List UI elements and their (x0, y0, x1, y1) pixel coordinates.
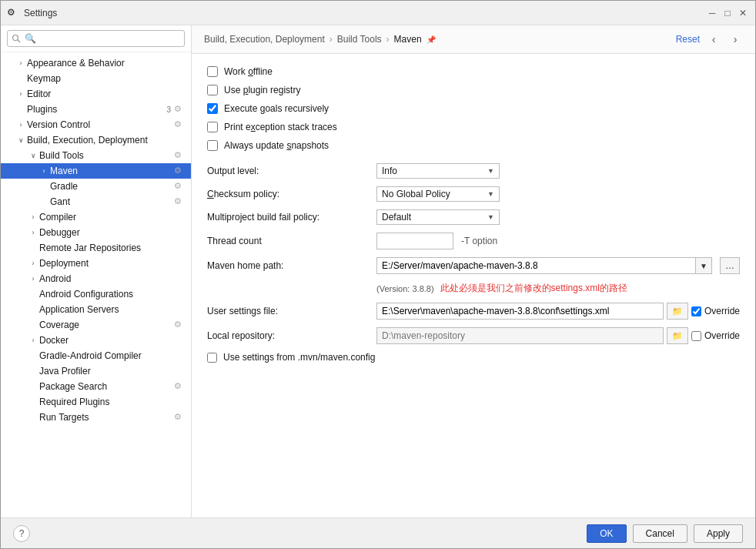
sidebar-item-remote-jar[interactable]: Remote Jar Repositories (1, 240, 191, 256)
sidebar-item-coverage[interactable]: Coverage ⚙ (1, 317, 191, 333)
cancel-button[interactable]: Cancel (633, 524, 687, 543)
update-snapshots-label: Always update snapshots (224, 140, 329, 151)
reset-button[interactable]: Reset (676, 34, 700, 45)
app-icon: ⚙ (7, 7, 19, 19)
sidebar-item-gradle[interactable]: Gradle ⚙ (1, 179, 191, 194)
output-level-dropdown[interactable]: Info ▼ (376, 163, 500, 179)
dropdown-arrow-icon: ▼ (487, 167, 494, 175)
user-settings-control: 📁 Override (376, 303, 740, 320)
gear-icon: ⚙ (174, 196, 185, 207)
forward-button[interactable]: › (728, 32, 743, 47)
update-snapshots-checkbox[interactable] (207, 140, 218, 151)
sidebar-item-package-search[interactable]: Package Search ⚙ (1, 379, 191, 394)
user-settings-override-checkbox[interactable] (691, 306, 701, 316)
sidebar-item-required-plugins[interactable]: Required Plugins (1, 394, 191, 410)
sidebar-item-android-configs[interactable]: Android Configurations (1, 286, 191, 302)
local-repo-browse-btn[interactable]: 📁 (667, 327, 688, 344)
use-settings-label: Use settings from .mvn/maven.config (223, 352, 375, 363)
output-level-control: Info ▼ (376, 163, 740, 179)
breadcrumb-pin-icon[interactable]: 📌 (427, 35, 436, 44)
plugin-registry-row: Use plugin registry (207, 85, 740, 95)
settings-window: ⚙ Settings ─ □ ✕ › Appearance & Behavior (0, 0, 756, 549)
sidebar-item-appearance[interactable]: › Appearance & Behavior (1, 55, 191, 71)
sidebar-item-java-profiler[interactable]: Java Profiler (1, 363, 191, 379)
expand-icon: › (16, 59, 25, 68)
user-settings-override-label: Override (704, 306, 740, 316)
execute-goals-checkbox[interactable] (207, 103, 218, 114)
maven-home-browse-btn[interactable]: … (720, 257, 740, 274)
content-area: Build, Execution, Deployment › Build Too… (192, 25, 755, 517)
work-offline-checkbox[interactable] (207, 66, 218, 77)
sidebar-item-run-targets[interactable]: Run Targets ⚙ (1, 410, 191, 425)
dropdown-arrow-icon: ▼ (487, 213, 494, 221)
plugin-registry-checkbox[interactable] (207, 85, 218, 95)
thread-count-input[interactable] (376, 233, 453, 249)
window-title: Settings (24, 8, 706, 18)
bottom-actions: OK Cancel Apply (587, 524, 743, 543)
sidebar-item-debugger[interactable]: › Debugger (1, 225, 191, 240)
apply-button[interactable]: Apply (694, 524, 743, 543)
use-settings-row: Use settings from .mvn/maven.config (207, 352, 740, 363)
checksum-policy-dropdown[interactable]: No Global Policy ▼ (376, 186, 500, 202)
close-button[interactable]: ✕ (737, 7, 749, 19)
back-button[interactable]: ‹ (706, 32, 721, 47)
sidebar-item-compiler[interactable]: › Compiler (1, 209, 191, 225)
title-bar: ⚙ Settings ─ □ ✕ (1, 1, 755, 25)
multiproject-fail-control: Default ▼ (376, 209, 740, 225)
minimize-button[interactable]: ─ (706, 7, 718, 19)
print-exceptions-label: Print exception stack traces (224, 122, 337, 132)
ok-button[interactable]: OK (587, 524, 626, 543)
maven-home-combo: ▼ (376, 257, 712, 274)
user-settings-input[interactable] (376, 303, 664, 320)
sidebar-item-app-servers[interactable]: Application Servers (1, 302, 191, 317)
sidebar-item-version-control[interactable]: › Version Control ⚙ (1, 117, 191, 132)
sidebar-item-keymap[interactable]: Keymap (1, 71, 191, 86)
local-repo-input[interactable] (376, 327, 664, 344)
expand-icon: › (39, 166, 49, 176)
sidebar-item-gant[interactable]: Gant ⚙ (1, 194, 191, 209)
maven-home-label: Maven home path: (207, 260, 376, 271)
expand-icon: › (28, 228, 38, 237)
main-layout: › Appearance & Behavior Keymap › Editor … (1, 25, 755, 517)
multiproject-fail-dropdown[interactable]: Default ▼ (376, 209, 500, 225)
maximize-button[interactable]: □ (721, 7, 734, 19)
print-exceptions-checkbox[interactable] (207, 122, 218, 132)
checksum-policy-label: Checksum policy: (207, 189, 376, 199)
maven-home-input[interactable] (376, 257, 696, 274)
maven-home-control: ▼ … (376, 257, 740, 274)
bottom-bar: ? OK Cancel Apply (1, 517, 755, 548)
breadcrumb-actions: Reset ‹ › (676, 32, 743, 47)
local-repo-override-checkbox[interactable] (691, 331, 701, 341)
update-snapshots-row: Always update snapshots (207, 140, 740, 151)
checksum-policy-control: No Global Policy ▼ (376, 186, 740, 202)
sidebar-item-plugins[interactable]: Plugins 3 ⚙ (1, 102, 191, 117)
gear-icon: ⚙ (174, 412, 185, 423)
maven-annotation: 此处必须是我们之前修改的settings.xml的路径 (440, 282, 627, 295)
gear-icon: ⚙ (174, 119, 185, 130)
checksum-policy-row: Checksum policy: No Global Policy ▼ (207, 186, 740, 202)
maven-home-dropdown-btn[interactable]: ▼ (696, 257, 712, 274)
search-input[interactable] (7, 30, 185, 47)
sidebar-item-editor[interactable]: › Editor (1, 86, 191, 102)
user-settings-row: User settings file: 📁 Override (207, 303, 740, 320)
gear-icon: ⚙ (174, 181, 185, 192)
thread-count-control: -T option (376, 233, 740, 249)
sidebar-item-maven[interactable]: › Maven ⚙ (1, 163, 191, 179)
help-button[interactable]: ? (13, 525, 30, 542)
sidebar-item-gradle-android[interactable]: Gradle-Android Compiler (1, 348, 191, 363)
work-offline-label: Work offline (224, 66, 273, 77)
sidebar-item-android[interactable]: › Android (1, 271, 191, 286)
local-repo-control: 📁 Override (376, 327, 740, 344)
dropdown-arrow-icon: ▼ (487, 190, 494, 198)
sidebar-item-docker[interactable]: › Docker (1, 333, 191, 348)
use-settings-checkbox[interactable] (207, 353, 217, 363)
sidebar-item-build-exec-deploy[interactable]: ∨ Build, Execution, Deployment (1, 132, 191, 148)
sidebar-item-build-tools[interactable]: ∨ Build Tools ⚙ (1, 148, 191, 163)
expand-icon: › (28, 259, 38, 268)
execute-goals-row: Execute goals recursively (207, 103, 740, 114)
user-settings-browse-btn[interactable]: 📁 (667, 303, 688, 320)
sidebar-item-deployment[interactable]: › Deployment (1, 256, 191, 271)
breadcrumb-part3: Maven (394, 34, 422, 45)
multiproject-fail-row: Multiproject build fail policy: Default … (207, 209, 740, 225)
multiproject-fail-label: Multiproject build fail policy: (207, 212, 376, 223)
